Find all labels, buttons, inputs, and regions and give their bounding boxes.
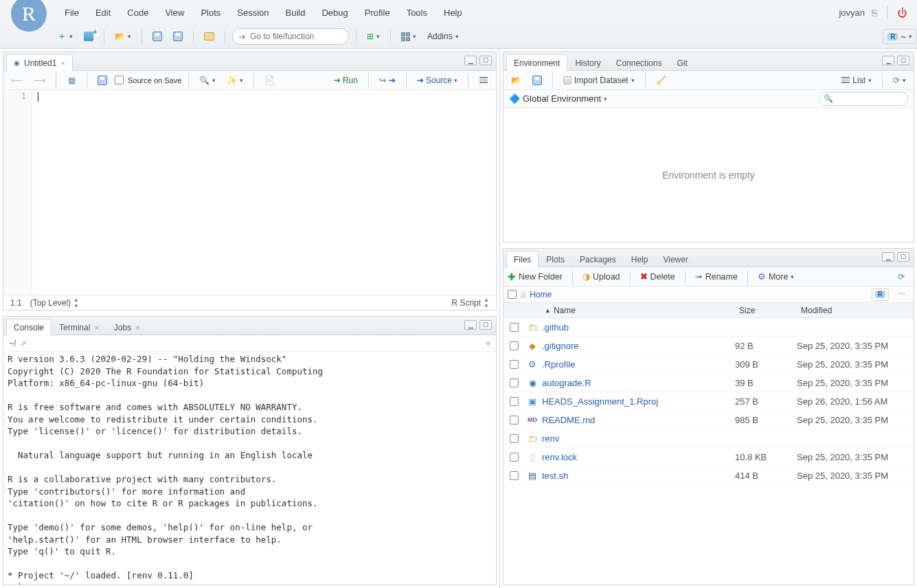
- menu-debug[interactable]: Debug: [313, 5, 356, 21]
- refresh-files-button[interactable]: ⟳: [893, 269, 909, 285]
- file-row[interactable]: 🗀.github: [503, 318, 914, 337]
- scope-selector[interactable]: (Top Level) ▲▼: [30, 297, 79, 309]
- load-workspace-button[interactable]: 📂: [508, 72, 525, 89]
- row-checkbox[interactable]: [510, 471, 519, 480]
- code-tools-button[interactable]: ✨▾: [223, 72, 247, 89]
- project-switcher[interactable]: R ~ ▾: [883, 29, 917, 44]
- source-tab[interactable]: ◉ Untitled1 ×: [6, 54, 73, 71]
- editor[interactable]: 1: [3, 90, 496, 295]
- save-all-button[interactable]: [170, 28, 186, 45]
- delete-button[interactable]: ✖Delete: [640, 271, 675, 282]
- file-name[interactable]: renv: [541, 433, 735, 444]
- file-name[interactable]: HEADS_Assignment_1.Rproj: [541, 396, 735, 407]
- file-name[interactable]: renv.lock: [541, 452, 735, 462]
- tab-jobs[interactable]: Jobs×: [106, 319, 148, 335]
- file-row[interactable]: ▯renv.lock10.8 KBSep 25, 2020, 3:35 PM: [503, 448, 914, 466]
- file-name[interactable]: .Rprofile: [541, 359, 735, 370]
- file-row[interactable]: ◉autograde.R39 BSep 25, 2020, 3:35 PM: [503, 374, 914, 392]
- menu-build[interactable]: Build: [278, 5, 314, 21]
- console-popout-icon[interactable]: ⇗: [20, 339, 27, 348]
- clear-console-icon[interactable]: ⌖: [486, 339, 490, 348]
- menu-tools[interactable]: Tools: [398, 5, 435, 21]
- new-folder-button[interactable]: ✚New Folder: [508, 271, 563, 282]
- nav-forward-button[interactable]: ⟶: [30, 72, 49, 89]
- signout-icon[interactable]: ⎘: [872, 8, 877, 18]
- file-name[interactable]: autograde.R: [541, 378, 735, 388]
- row-checkbox[interactable]: [510, 341, 519, 350]
- tab-plots[interactable]: Plots: [539, 251, 572, 267]
- tab-packages[interactable]: Packages: [572, 251, 624, 267]
- close-tab-icon[interactable]: ×: [135, 324, 139, 332]
- source-on-save-checkbox[interactable]: [115, 76, 124, 84]
- save-workspace-button[interactable]: [529, 72, 545, 89]
- col-name[interactable]: ▲Name: [541, 306, 735, 315]
- import-dataset-button[interactable]: Import Dataset ▾: [560, 72, 638, 89]
- minimize-pane-button[interactable]: ▁: [464, 320, 477, 330]
- save-button[interactable]: [149, 28, 166, 45]
- maximize-pane-button[interactable]: ☐: [897, 56, 909, 65]
- menu-code[interactable]: Code: [119, 5, 157, 21]
- rename-button[interactable]: ➟Rename: [695, 271, 738, 282]
- file-name[interactable]: .gitignore: [541, 341, 735, 351]
- row-checkbox[interactable]: [510, 323, 519, 332]
- clear-env-button[interactable]: 🧹: [653, 72, 670, 89]
- menu-help[interactable]: Help: [435, 5, 471, 21]
- menu-profile[interactable]: Profile: [356, 5, 398, 21]
- tab-console[interactable]: Console: [6, 319, 52, 335]
- save-source-button[interactable]: [94, 72, 111, 89]
- grid-insert-button[interactable]: ⊞▾: [363, 28, 383, 45]
- tab-viewer[interactable]: Viewer: [655, 251, 695, 267]
- col-modified[interactable]: Modified: [797, 306, 914, 315]
- panes-button[interactable]: ▾: [398, 28, 420, 45]
- file-name[interactable]: .github: [541, 322, 735, 332]
- tab-git[interactable]: Git: [669, 54, 694, 71]
- show-in-new-window-button[interactable]: ▦: [63, 72, 80, 89]
- goto-file-function[interactable]: ➔: [232, 28, 349, 45]
- more-button[interactable]: ⚙More ▾: [758, 271, 794, 282]
- maximize-pane-button[interactable]: ☐: [897, 252, 909, 262]
- upload-button[interactable]: ◑Upload: [582, 271, 620, 282]
- goto-input[interactable]: [250, 32, 332, 41]
- maximize-pane-button[interactable]: ☐: [479, 320, 492, 330]
- source-button[interactable]: ➔Source ▾: [414, 72, 461, 89]
- minimize-pane-button[interactable]: ▁: [882, 56, 894, 65]
- row-checkbox[interactable]: [510, 397, 519, 406]
- language-selector[interactable]: R Script ▲▼: [451, 297, 489, 309]
- close-tab-icon[interactable]: ×: [94, 324, 98, 332]
- nav-back-button[interactable]: ⟵: [8, 72, 26, 89]
- file-row[interactable]: ⚙.Rprofile309 BSep 25, 2020, 3:35 PM: [503, 355, 914, 374]
- compile-report-button[interactable]: 📄: [261, 72, 278, 89]
- tab-files[interactable]: Files: [506, 251, 539, 267]
- file-row[interactable]: ▣HEADS_Assignment_1.Rproj257 BSep 26, 20…: [503, 392, 914, 411]
- file-name[interactable]: test.sh: [541, 471, 735, 481]
- env-view-mode[interactable]: List ▾: [838, 72, 875, 89]
- tab-environment[interactable]: Environment: [506, 54, 567, 71]
- home-icon[interactable]: ⌂: [521, 290, 525, 299]
- menu-session[interactable]: Session: [229, 5, 277, 21]
- tab-help[interactable]: Help: [624, 251, 656, 267]
- files-project-badge[interactable]: R: [872, 289, 889, 301]
- close-tab-icon[interactable]: ×: [60, 59, 65, 67]
- new-project-button[interactable]: [80, 28, 97, 45]
- find-button[interactable]: 🔍▾: [196, 72, 219, 89]
- file-row[interactable]: ◆.gitignore92 BSep 25, 2020, 3:35 PM: [503, 337, 914, 355]
- refresh-env-button[interactable]: ⟳▾: [890, 72, 909, 89]
- file-row[interactable]: MDREADME.md985 BSep 25, 2020, 3:35 PM: [503, 411, 914, 429]
- minimize-pane-button[interactable]: ▁: [464, 56, 477, 65]
- row-checkbox[interactable]: [510, 453, 519, 462]
- outline-button[interactable]: [475, 72, 492, 89]
- file-name[interactable]: README.md: [541, 415, 735, 425]
- row-checkbox[interactable]: [510, 416, 519, 425]
- maximize-pane-button[interactable]: ☐: [479, 56, 492, 65]
- addins-button[interactable]: Addins ▾: [424, 28, 462, 45]
- env-search-input[interactable]: [836, 95, 898, 103]
- minimize-pane-button[interactable]: ▁: [882, 252, 894, 262]
- open-file-button[interactable]: 📂▾: [111, 28, 135, 45]
- select-all-checkbox[interactable]: [508, 290, 517, 299]
- run-button[interactable]: ➔Run: [330, 72, 361, 89]
- menu-view[interactable]: View: [157, 5, 192, 21]
- env-search[interactable]: 🔍: [819, 92, 908, 106]
- file-row[interactable]: 🗀renv: [503, 429, 914, 448]
- file-row[interactable]: ▤test.sh414 BSep 25, 2020, 3:35 PM: [503, 466, 914, 485]
- col-size[interactable]: Size: [735, 306, 797, 315]
